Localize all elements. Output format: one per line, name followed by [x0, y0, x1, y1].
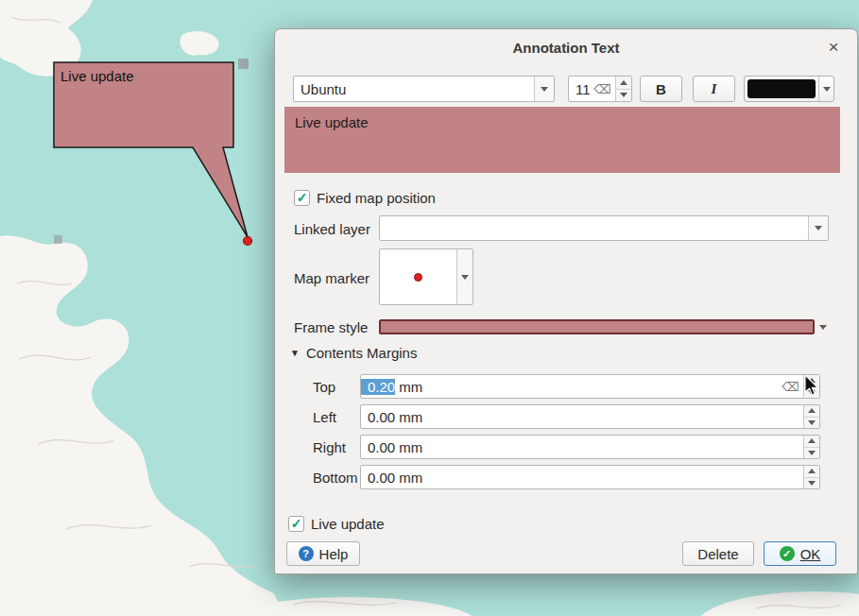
chevron-down-icon[interactable]	[456, 249, 472, 304]
ok-button[interactable]: ✓ OK	[764, 541, 836, 566]
spin-down-icon[interactable]	[804, 387, 819, 399]
margin-right-value: 0.00	[361, 439, 395, 455]
margin-top-spin-buttons[interactable]	[803, 375, 819, 398]
margin-left-label: Left	[313, 409, 336, 425]
font-family-value: Ubuntu	[294, 81, 346, 97]
spin-up-icon[interactable]	[804, 436, 819, 448]
screen: { "dialog": { "title": "Annotation Text"…	[0, 0, 859, 616]
margin-bottom-label: Bottom	[313, 470, 358, 486]
chevron-down-icon[interactable]	[808, 216, 828, 240]
map-marker-label: Map marker	[294, 270, 369, 286]
clear-icon[interactable]: ⌫	[779, 380, 803, 394]
frame-style-button[interactable]	[379, 317, 831, 336]
dialog-titlebar[interactable]: Annotation Text	[275, 29, 857, 65]
margin-left-value: 0.00	[361, 409, 395, 425]
help-button[interactable]: ? Help	[286, 541, 360, 566]
close-button[interactable]: ×	[823, 37, 844, 58]
color-swatch	[747, 79, 816, 98]
fixed-map-position-label: Fixed map position	[317, 190, 436, 206]
margin-left-suffix: mm	[395, 409, 422, 425]
map-handle-square-left	[54, 235, 62, 244]
clear-icon[interactable]: ⌫	[591, 82, 615, 96]
delete-button[interactable]: Delete	[682, 541, 754, 566]
margin-bottom-suffix: mm	[395, 470, 422, 486]
margin-left-spinbox[interactable]: 0.00 mm	[360, 404, 820, 429]
margin-right-spin-buttons[interactable]	[803, 436, 819, 458]
italic-button[interactable]: I	[693, 76, 735, 102]
linked-layer-combo[interactable]	[379, 215, 829, 241]
annotation-text-editor[interactable]: Live update	[284, 107, 840, 173]
map-marker-button[interactable]	[379, 248, 473, 305]
margin-bottom-spinbox[interactable]: 0.00 mm	[360, 465, 820, 489]
spin-down-icon[interactable]	[804, 478, 819, 489]
linked-layer-label: Linked layer	[294, 221, 370, 237]
annotation-preview-text: Live update	[295, 114, 369, 130]
frame-style-label: Frame style	[294, 319, 368, 335]
chevron-down-icon[interactable]	[815, 325, 831, 330]
live-update-checkbox[interactable]: ✓ Live update	[288, 516, 385, 532]
font-size-value: 11	[569, 81, 591, 97]
margin-bottom-spin-buttons[interactable]	[803, 466, 819, 488]
spin-down-icon[interactable]	[804, 448, 819, 459]
font-color-button[interactable]	[744, 76, 834, 102]
font-size-spinbox[interactable]: 11 ⌫	[568, 76, 632, 102]
margin-right-label: Right	[313, 439, 346, 455]
margin-top-suffix: mm	[395, 379, 422, 395]
map-annotation-text: Live update	[60, 68, 134, 84]
collapse-triangle-icon[interactable]: ▼	[290, 348, 300, 358]
italic-label: I	[712, 81, 717, 97]
checkbox-checked-icon: ✓	[294, 190, 310, 206]
annotation-text-dialog: Annotation Text × Ubuntu 11 ⌫ B I Live u…	[274, 28, 858, 574]
spin-down-icon[interactable]	[616, 90, 631, 102]
frame-style-preview	[379, 319, 815, 334]
delete-label: Delete	[697, 546, 738, 562]
fixed-map-position-checkbox[interactable]: ✓ Fixed map position	[294, 190, 436, 206]
margin-left-spin-buttons[interactable]	[803, 405, 819, 428]
margin-bottom-value: 0.00	[361, 470, 395, 486]
contents-margins-header[interactable]: ▼ Contents Margins	[290, 345, 417, 361]
map-handle-square-top	[238, 59, 249, 69]
margin-top-spinbox[interactable]: 0.20 mm ⌫	[360, 374, 820, 399]
font-size-spin-buttons[interactable]	[615, 77, 631, 101]
margin-top-value: 0.20	[361, 379, 395, 395]
margin-right-spinbox[interactable]: 0.00 mm	[360, 435, 820, 459]
chevron-down-icon[interactable]	[534, 77, 554, 101]
live-update-label: Live update	[311, 516, 385, 532]
check-icon: ✓	[780, 546, 795, 561]
margin-top-label: Top	[313, 379, 335, 395]
map-marker-point[interactable]	[244, 237, 252, 246]
spin-up-icon[interactable]	[616, 77, 631, 90]
checkbox-checked-icon: ✓	[288, 516, 304, 532]
chevron-down-icon[interactable]	[818, 77, 833, 101]
spin-up-icon[interactable]	[804, 405, 819, 418]
marker-symbol-preview	[380, 249, 456, 304]
ok-label: OK	[800, 546, 821, 562]
bold-label: B	[656, 81, 666, 97]
spin-up-icon[interactable]	[804, 375, 819, 387]
spin-down-icon[interactable]	[804, 418, 819, 429]
contents-margins-title: Contents Margins	[306, 345, 418, 361]
bold-button[interactable]: B	[640, 76, 682, 102]
spin-up-icon[interactable]	[804, 466, 819, 478]
help-label: Help	[319, 546, 349, 562]
close-icon: ×	[828, 37, 838, 58]
margin-right-suffix: mm	[395, 439, 422, 455]
dialog-title: Annotation Text	[512, 40, 619, 56]
question-icon: ?	[299, 546, 314, 561]
font-family-combo[interactable]: Ubuntu	[293, 76, 555, 102]
marker-dot-icon	[414, 273, 422, 282]
